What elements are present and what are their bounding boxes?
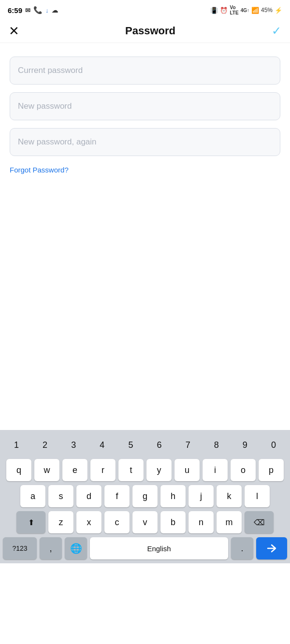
key-t[interactable]: t [118, 459, 144, 481]
key-o[interactable]: o [231, 459, 256, 481]
key-d[interactable]: d [76, 485, 102, 507]
key-h[interactable]: h [160, 485, 186, 507]
enter-key[interactable] [256, 537, 287, 559]
key-s[interactable]: s [48, 485, 73, 507]
space-key[interactable]: English [90, 537, 228, 559]
key-4[interactable]: 4 [89, 435, 115, 455]
key-a[interactable]: a [20, 485, 45, 507]
key-i[interactable]: i [203, 459, 228, 481]
volte-icon: VoLTE [230, 5, 238, 15]
keyboard-row-1: q w e r t y u i o p [3, 459, 287, 481]
comma-key[interactable]: , [40, 537, 62, 559]
confirm-button[interactable]: ✓ [272, 24, 281, 38]
globe-key[interactable]: 🌐 [65, 537, 87, 559]
keyboard-number-row: 1 2 3 4 5 6 7 8 9 0 [3, 435, 287, 455]
key-3[interactable]: 3 [61, 435, 86, 455]
key-5[interactable]: 5 [118, 435, 143, 455]
key-m[interactable]: m [217, 511, 242, 533]
key-r[interactable]: r [90, 459, 116, 481]
key-0[interactable]: 0 [261, 435, 286, 455]
key-y[interactable]: y [146, 459, 172, 481]
backspace-key[interactable]: ⌫ [245, 511, 274, 533]
key-c[interactable]: c [104, 511, 130, 533]
forgot-password-link[interactable]: Forgot Password? [10, 166, 280, 174]
alarm-icon: ⏰ [220, 7, 228, 14]
shift-key[interactable]: ⬆ [16, 511, 45, 533]
symbols-key[interactable]: ?123 [3, 537, 37, 559]
whatsapp-icon: 📞 [33, 6, 43, 14]
key-n[interactable]: n [188, 511, 214, 533]
status-right: 📳 ⏰ VoLTE 4G↑ 📶 45% ⚡ [210, 5, 282, 15]
key-e[interactable]: e [62, 459, 87, 481]
key-f[interactable]: f [104, 485, 130, 507]
form-section: Forgot Password? [0, 43, 290, 179]
keyboard-bottom-row: ?123 , 🌐 English . [3, 537, 287, 559]
new-password-again-input[interactable] [10, 128, 280, 156]
close-button[interactable]: ✕ [9, 25, 19, 37]
keyboard-row-3: ⬆ z x c v b n m ⌫ [3, 511, 287, 533]
key-q[interactable]: q [6, 459, 31, 481]
signal-bars-icon: 📶 [251, 7, 259, 14]
key-g[interactable]: g [132, 485, 158, 507]
key-l[interactable]: l [245, 485, 270, 507]
period-key[interactable]: . [231, 537, 253, 559]
status-bar: 6:59 ✉ 📞 ↓ ☁ 📳 ⏰ VoLTE 4G↑ 📶 45% ⚡ [0, 0, 290, 19]
battery-icon: ⚡ [275, 7, 282, 14]
key-k[interactable]: k [217, 485, 242, 507]
key-8[interactable]: 8 [204, 435, 229, 455]
status-time: 6:59 [8, 6, 22, 14]
cloud-icon: ☁ [52, 7, 58, 14]
key-j[interactable]: j [188, 485, 214, 507]
keyboard-row-2: a s d f g h j k l [3, 485, 287, 507]
key-x[interactable]: x [76, 511, 102, 533]
key-z[interactable]: z [48, 511, 73, 533]
battery-label: 45% [261, 7, 273, 14]
key-1[interactable]: 1 [4, 435, 29, 455]
gmail-icon: ✉ [25, 7, 30, 14]
signal-4g-icon: 4G↑ [241, 8, 249, 13]
header: ✕ Password ✓ [0, 19, 290, 43]
vibrate-icon: 📳 [210, 7, 218, 14]
key-b[interactable]: b [160, 511, 186, 533]
new-password-input[interactable] [10, 92, 280, 120]
status-left: 6:59 ✉ 📞 ↓ ☁ [8, 6, 58, 14]
key-p[interactable]: p [259, 459, 284, 481]
key-w[interactable]: w [34, 459, 59, 481]
current-password-input[interactable] [10, 57, 280, 85]
key-9[interactable]: 9 [232, 435, 258, 455]
key-v[interactable]: v [132, 511, 158, 533]
download-icon: ↓ [45, 7, 49, 14]
keyboard: 1 2 3 4 5 6 7 8 9 0 q w e r t y u i o p … [0, 430, 290, 563]
key-u[interactable]: u [174, 459, 200, 481]
key-6[interactable]: 6 [147, 435, 172, 455]
key-7[interactable]: 7 [175, 435, 201, 455]
key-2[interactable]: 2 [32, 435, 58, 455]
page-title: Password [125, 25, 175, 37]
